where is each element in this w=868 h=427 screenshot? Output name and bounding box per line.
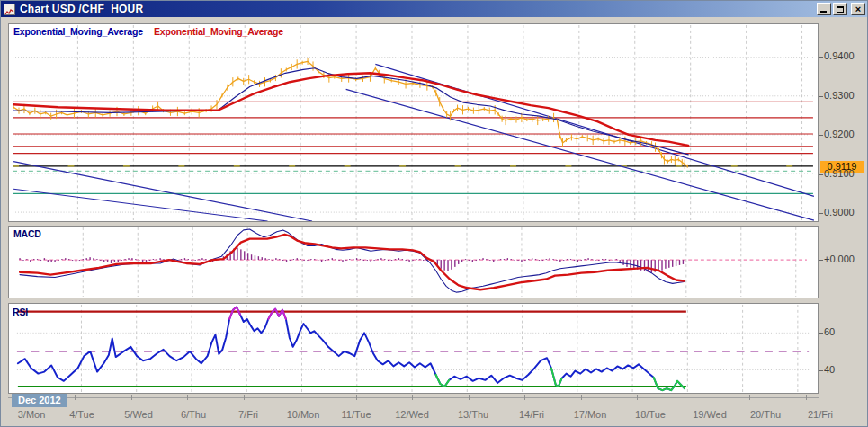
macd-histogram-bar bbox=[286, 260, 287, 262]
macd-histogram-bar bbox=[58, 260, 58, 261]
window-titlebar[interactable]: Chart USD /CHF HOUR × bbox=[1, 1, 868, 17]
macd-histogram-bar bbox=[205, 259, 206, 260]
macd-histogram-bar bbox=[157, 259, 157, 260]
macd-histogram-bar bbox=[549, 258, 550, 260]
x-axis-label: 11/Tue bbox=[341, 409, 371, 420]
macd-histogram-bar bbox=[146, 260, 147, 262]
macd-histogram-bar bbox=[443, 260, 444, 271]
macd-histogram-bar bbox=[581, 260, 582, 261]
macd-histogram-bar bbox=[507, 258, 508, 260]
macd-histogram-bar bbox=[293, 259, 294, 260]
macd-histogram-bar bbox=[198, 259, 199, 260]
macd-histogram-bar bbox=[644, 260, 645, 271]
rsi-panel[interactable] bbox=[8, 303, 819, 394]
x-axis-label: 18/Tue bbox=[635, 409, 666, 420]
macd-histogram-bar bbox=[595, 260, 595, 261]
time-axis-tick bbox=[75, 395, 76, 400]
time-axis-tick bbox=[694, 395, 694, 400]
macd-histogram-bar bbox=[613, 260, 613, 261]
macd-histogram-bar bbox=[482, 258, 483, 260]
macd-histogram-bar bbox=[441, 260, 442, 269]
macd-histogram-bar bbox=[65, 258, 66, 260]
macd-histogram-bar bbox=[676, 260, 676, 266]
window-buttons: × bbox=[817, 3, 865, 15]
macd-histogram-bar bbox=[633, 260, 634, 269]
macd-histogram-bar bbox=[500, 259, 501, 260]
macd-histogram-bar bbox=[300, 259, 300, 260]
rsi-tick-label: 60 bbox=[824, 326, 835, 337]
ema-fast-line bbox=[13, 68, 688, 155]
macd-histogram-bar bbox=[86, 258, 87, 260]
macd-histogram-bar bbox=[54, 260, 55, 262]
macd-histogram-bar bbox=[504, 259, 505, 260]
price-chart-panel[interactable] bbox=[8, 23, 819, 222]
rsi-label: RSI bbox=[13, 307, 28, 317]
maximize-icon bbox=[837, 6, 844, 13]
macd-histogram-bar bbox=[532, 258, 532, 260]
macd-histogram-bar bbox=[79, 260, 80, 261]
macd-histogram-bar bbox=[395, 259, 396, 260]
macd-histogram-bar bbox=[598, 260, 599, 261]
maximize-button[interactable] bbox=[833, 3, 847, 15]
time-axis-tick bbox=[637, 395, 638, 400]
x-axis-label: 7/Fri bbox=[238, 409, 258, 420]
macd-histogram-bar bbox=[103, 260, 104, 262]
macd-histogram-bar bbox=[275, 258, 276, 260]
macd-histogram-bar bbox=[128, 258, 129, 260]
macd-histogram-bar bbox=[388, 260, 389, 261]
axis-tick bbox=[819, 260, 823, 261]
macd-histogram-bar bbox=[668, 260, 669, 268]
time-axis-tick bbox=[244, 395, 245, 400]
macd-histogram-bar bbox=[100, 260, 101, 261]
minimize-button[interactable] bbox=[817, 3, 831, 15]
macd-histogram-bar bbox=[272, 260, 273, 261]
macd-histogram-bar bbox=[201, 258, 202, 260]
macd-histogram-bar bbox=[363, 260, 364, 261]
x-axis-label: 5/Wed bbox=[124, 409, 153, 420]
axis-tick bbox=[819, 370, 823, 371]
macd-histogram-bar bbox=[240, 249, 241, 260]
macd-histogram-bar bbox=[76, 260, 76, 262]
macd-histogram-bar bbox=[661, 260, 662, 271]
macd-histogram-bar bbox=[577, 260, 578, 262]
macd-histogram-bar bbox=[567, 259, 568, 260]
close-button[interactable]: × bbox=[851, 3, 865, 15]
chart-app-icon bbox=[4, 4, 15, 15]
macd-histogram-bar bbox=[539, 260, 540, 261]
macd-histogram-bar bbox=[419, 259, 420, 260]
macd-histogram-bar bbox=[184, 258, 185, 260]
macd-panel[interactable] bbox=[8, 226, 819, 298]
macd-histogram-bar bbox=[139, 260, 139, 261]
x-axis-label: 4/Tue bbox=[69, 409, 94, 420]
macd-histogram-bar bbox=[353, 259, 353, 260]
macd-histogram-bar bbox=[37, 259, 38, 260]
macd-histogram-bar bbox=[651, 260, 652, 273]
macd-histogram-bar bbox=[114, 260, 115, 262]
macd-histogram-bar bbox=[367, 260, 368, 261]
macd-histogram-bar bbox=[528, 259, 529, 260]
macd-histogram-bar bbox=[542, 260, 543, 261]
x-axis-label: 12/Wed bbox=[395, 409, 429, 420]
macd-histogram-bar bbox=[371, 260, 371, 262]
macd-histogram-bar bbox=[19, 258, 20, 260]
macd-histogram-bar bbox=[142, 260, 143, 262]
macd-histogram-bar bbox=[318, 260, 318, 261]
macd-histogram-bar bbox=[124, 259, 125, 260]
x-axis-label: 17/Mon bbox=[574, 409, 607, 420]
price-tick-label: 0.9000 bbox=[824, 207, 855, 218]
rsi-tick-label: 40 bbox=[824, 364, 835, 375]
macd-histogram-bar bbox=[377, 259, 378, 260]
macd-histogram-bar bbox=[447, 260, 448, 271]
macd-histogram-bar bbox=[461, 260, 462, 262]
macd-histogram-bar bbox=[121, 260, 122, 261]
macd-histogram-bar bbox=[574, 260, 575, 261]
macd-histogram-bar bbox=[297, 258, 298, 260]
macd-histogram-bar bbox=[469, 260, 470, 261]
macd-histogram-bar bbox=[290, 260, 291, 261]
macd-histogram-bar bbox=[135, 259, 136, 260]
macd-histogram-bar bbox=[563, 260, 564, 261]
macd-histogram-bar bbox=[328, 259, 329, 260]
minimize-icon bbox=[820, 11, 827, 13]
price-tick-label: 0.9400 bbox=[824, 50, 855, 61]
time-axis-tick bbox=[412, 395, 413, 400]
